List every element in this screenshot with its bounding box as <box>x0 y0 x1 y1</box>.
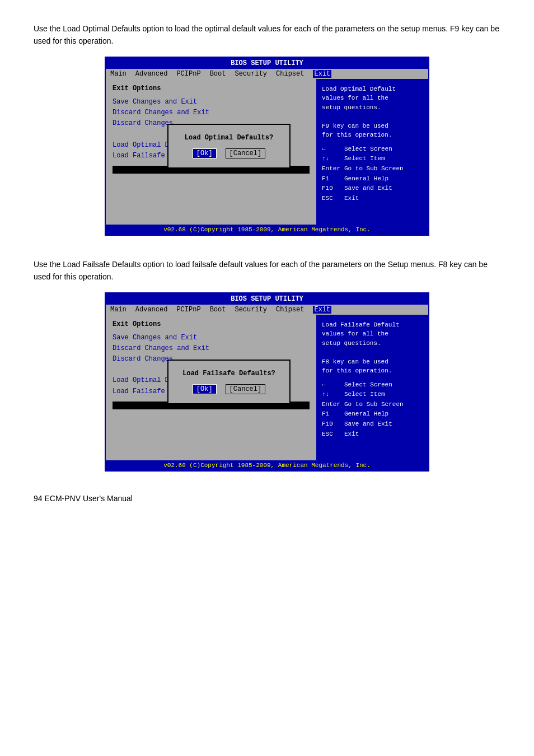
menu-boot-1[interactable]: Boot <box>210 70 226 78</box>
dialog-buttons-2: [Ok] [Cancel] <box>180 384 278 394</box>
bios-title-1: BIOS SETUP UTILITY <box>106 58 428 69</box>
dialog-cancel-1[interactable]: [Cancel] <box>226 148 266 158</box>
menu-boot-2[interactable]: Boot <box>210 306 226 314</box>
dialog-title-2: Load Failsafe Defaults? <box>180 370 278 377</box>
section-title-1: Exit Options <box>113 85 310 92</box>
option-discard-exit-1[interactable]: Discard Changes and Exit <box>113 108 310 118</box>
menu-main-2[interactable]: Main <box>110 306 127 314</box>
section-title-2: Exit Options <box>113 320 310 328</box>
option-save-exit-1[interactable]: Save Changes and Exit <box>113 97 310 108</box>
bios-footer-1: v02.68 (C)Copyright 1985-2009, American … <box>106 225 428 235</box>
section1-description: Use the Load Optimal Defaults option to … <box>34 22 500 48</box>
menu-advanced-1[interactable]: Advanced <box>135 70 168 78</box>
dialog-cancel-2[interactable]: [Cancel] <box>226 384 266 394</box>
bios-left-2: Exit Options Save Changes and Exit Disca… <box>106 315 316 460</box>
page-footer: 94 ECM-PNV User's Manual <box>34 494 500 503</box>
menu-security-2[interactable]: Security <box>235 306 267 314</box>
dialog-title-1: Load Optimal Defaults? <box>180 134 278 142</box>
menu-security-1[interactable]: Security <box>235 70 267 78</box>
menu-pcipnp-2[interactable]: PCIPnP <box>176 306 200 314</box>
bios-dialog-1: Load Optimal Defaults? [Ok] [Cancel] <box>167 124 291 169</box>
bios-dialog-2: Load Failsafe Defaults? [Ok] [Cancel] <box>167 360 291 404</box>
menu-advanced-2[interactable]: Advanced <box>135 306 168 314</box>
dialog-buttons-1: [Ok] [Cancel] <box>180 148 278 158</box>
bios-title-2: BIOS SETUP UTILITY <box>106 293 428 305</box>
menu-chipset-1[interactable]: Chipset <box>276 70 304 78</box>
dialog-ok-1[interactable]: [Ok] <box>193 148 217 158</box>
bios-screenshot-2: BIOS SETUP UTILITY Main Advanced PCIPnP … <box>105 292 429 472</box>
help-text-1: Load Optimal Default values for all the … <box>322 85 423 140</box>
menu-exit-2[interactable]: Exit <box>313 306 331 314</box>
bios-screenshot-1: BIOS SETUP UTILITY Main Advanced PCIPnP … <box>105 57 429 236</box>
bios-keys-2: ←Select Screen ↑↓Select Item EnterGo to … <box>322 380 423 440</box>
bios-right-2: Load Failsafe Default values for all the… <box>316 315 428 460</box>
bios-body-2: Exit Options Save Changes and Exit Disca… <box>106 315 428 460</box>
bios-footer-2: v02.68 (C)Copyright 1985-2009, American … <box>106 460 428 470</box>
menu-chipset-2[interactable]: Chipset <box>276 306 304 314</box>
option-save-exit-2[interactable]: Save Changes and Exit <box>113 333 310 343</box>
option-discard-exit-2[interactable]: Discard Changes and Exit <box>113 343 310 354</box>
menu-pcipnp-1[interactable]: PCIPnP <box>176 70 200 78</box>
bios-left-1: Exit Options Save Changes and Exit Disca… <box>106 79 316 225</box>
bios-body-1: Exit Options Save Changes and Exit Disca… <box>106 79 428 225</box>
section2-description: Use the Load Failsafe Defaults option to… <box>34 258 500 283</box>
bios-menubar-1: Main Advanced PCIPnP Boot Security Chips… <box>106 69 428 79</box>
menu-main-1[interactable]: Main <box>110 70 127 78</box>
bios-keys-1: ←Select Screen ↑↓Select Item EnterGo to … <box>322 144 423 204</box>
dialog-ok-2[interactable]: [Ok] <box>193 384 217 394</box>
help-text-2: Load Failsafe Default values for all the… <box>322 320 423 376</box>
bios-right-1: Load Optimal Default values for all the … <box>316 79 428 225</box>
bios-menubar-2: Main Advanced PCIPnP Boot Security Chips… <box>106 305 428 315</box>
menu-exit-1[interactable]: Exit <box>313 70 331 78</box>
